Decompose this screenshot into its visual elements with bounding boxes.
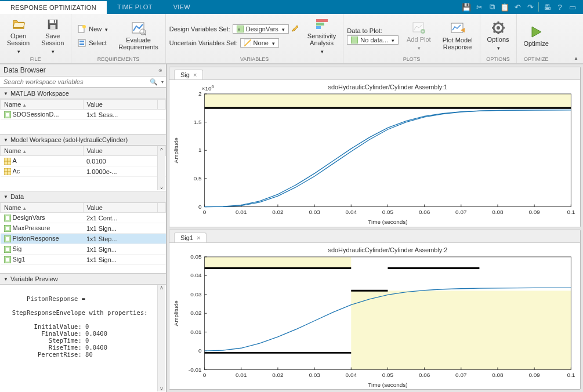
svg-text:sdoHydraulicCylinder/Cylinder : sdoHydraulicCylinder/Cylinder Assembly:2 (328, 246, 447, 253)
svg-text:0.06: 0.06 (419, 209, 430, 215)
design-vars-dropdown[interactable]: x DesignVars (233, 24, 289, 34)
table-row[interactable]: Sig1x1 Sign... (1, 244, 166, 255)
svg-text:Time (seconds): Time (seconds) (368, 219, 407, 226)
plot-tab-sig[interactable]: Sig × (174, 70, 203, 79)
scrollbar[interactable]: ʌv (157, 146, 165, 190)
open-session-label: Open Session (7, 32, 30, 46)
svg-line-32 (494, 31, 495, 32)
close-icon[interactable]: × (193, 71, 197, 78)
svg-text:0.08: 0.08 (492, 371, 504, 378)
group-label-plots: PLOTS (347, 56, 476, 63)
plot-tab-sig1[interactable]: Sig1 × (174, 233, 207, 242)
tab-view[interactable]: VIEW (163, 0, 201, 14)
col-name[interactable]: Name (4, 147, 21, 154)
table-row[interactable]: Sig11x1 Sign... (1, 255, 166, 265)
variable-icon: x (237, 26, 244, 32)
model-workspace-header[interactable]: Model Workspace (sdoHydraulicCylinder) (0, 134, 166, 146)
close-icon[interactable]: × (197, 234, 200, 241)
sensitivity-analysis-button[interactable]: Sensitivity Analysis (304, 16, 340, 56)
save-session-button[interactable]: Save Session (38, 16, 67, 56)
panel-menu-icon[interactable]: ⊙ (158, 68, 162, 73)
table-row[interactable]: A0.0100 (1, 156, 166, 166)
svg-text:Amplitude: Amplitude (173, 137, 179, 164)
col-name[interactable]: Name (4, 204, 21, 211)
chevron-down-icon (271, 39, 275, 46)
svg-text:0.02: 0.02 (190, 310, 202, 316)
matlab-workspace-header[interactable]: MATLAB Workspace (0, 88, 166, 99)
table-row[interactable]: Ac1.0000e-... (1, 166, 166, 177)
plot-tab-label: Sig1 (180, 234, 193, 241)
preview-text: PistonResponse = StepResponseEnvelope wi… (5, 295, 148, 358)
optimize-button[interactable]: Optimize (520, 24, 552, 48)
svg-text:0.05: 0.05 (382, 209, 394, 215)
data-to-plot-dropdown[interactable]: No data... (347, 35, 399, 45)
sensitivity-icon (314, 17, 330, 31)
col-value[interactable]: Value (83, 203, 158, 213)
group-label-file: FILE (3, 56, 67, 63)
help-icon[interactable]: ? (555, 2, 564, 12)
uncertain-vars-dropdown[interactable]: None (240, 38, 279, 48)
redo-icon[interactable]: ↷ (526, 2, 535, 12)
gear-icon (490, 21, 506, 35)
search-input[interactable] (0, 77, 146, 87)
new-requirement-button[interactable]: New (75, 23, 110, 35)
table-row[interactable]: PistonResponse1x1 Step... (1, 234, 166, 244)
svg-text:0.03: 0.03 (309, 209, 320, 215)
col-value[interactable]: Value (83, 100, 158, 110)
table-row[interactable]: SDOSessionD...1x1 Sess... (1, 110, 166, 120)
select-requirement-button[interactable]: Select (75, 37, 110, 49)
svg-text:0: 0 (198, 347, 202, 354)
undo-icon[interactable]: ↶ (513, 2, 522, 12)
svg-rect-18 (316, 26, 321, 29)
new-label: New (89, 26, 102, 32)
plot-canvas-1[interactable]: 00.010.020.030.040.050.060.070.080.090.1… (169, 80, 580, 227)
svg-text:x: x (238, 27, 240, 32)
plot-canvas-2[interactable]: 00.010.020.030.040.050.060.070.080.090.1… (169, 243, 580, 390)
chevron-down-icon (50, 48, 55, 55)
chevron-down-icon (320, 48, 324, 55)
new-icon (77, 24, 86, 34)
evaluate-label: Evaluate Requirements (118, 37, 158, 50)
collapse-ribbon-icon[interactable]: ▲ (574, 56, 578, 61)
svg-line-33 (501, 23, 503, 25)
variable-preview-header[interactable]: Variable Preview (0, 273, 166, 285)
data-section-header[interactable]: Data (0, 191, 166, 202)
plot-model-response-button[interactable]: Plot Model Response (439, 20, 476, 52)
data-to-plot-value: No data... (360, 37, 388, 43)
open-session-button[interactable]: Open Session (3, 16, 33, 56)
table-row[interactable]: MaxPressure1x1 Sign... (1, 223, 166, 234)
col-value[interactable]: Value (83, 146, 158, 156)
add-plot-button[interactable]: + Add Plot (403, 20, 434, 52)
copy-icon[interactable]: ⧉ (487, 2, 497, 12)
svg-line-11 (144, 34, 146, 35)
table-row[interactable]: DesignVars2x1 Cont... (1, 213, 166, 223)
group-label-optimize: OPTIMIZE (520, 56, 552, 63)
paste-icon[interactable]: 📋 (500, 2, 509, 12)
chevron-down-icon (417, 44, 421, 51)
evaluate-requirements-button[interactable]: Evaluate Requirements (115, 20, 161, 52)
tab-time-plot[interactable]: TIME PLOT (107, 0, 163, 14)
tab-response-optimization[interactable]: RESPONSE OPTIMIZATION (0, 0, 107, 14)
data-to-plot-label: Data to Plot: (347, 27, 399, 34)
options-button[interactable]: Options (484, 20, 513, 52)
save-icon[interactable]: 💾 (462, 2, 471, 12)
plot-tab-label: Sig (180, 71, 190, 78)
scrollbar[interactable]: ʌv (157, 285, 165, 391)
group-label-options: OPTIONS (484, 56, 513, 63)
minimize-ribbon-icon[interactable]: ▭ (568, 2, 577, 12)
save-session-label: Save Session (41, 32, 64, 46)
print-icon[interactable]: 🖶 (542, 2, 552, 12)
col-name[interactable]: Name (4, 101, 21, 108)
svg-line-31 (501, 31, 503, 32)
folder-open-icon (10, 17, 27, 31)
svg-rect-8 (79, 43, 84, 45)
search-icon[interactable]: 🔍 (146, 78, 161, 86)
cut-icon[interactable]: ✂ (475, 2, 484, 12)
select-icon (77, 38, 86, 48)
svg-text:-0.01: -0.01 (189, 366, 202, 372)
search-options-icon[interactable]: ▾ (161, 79, 166, 85)
edit-design-vars-icon[interactable] (291, 24, 299, 34)
svg-text:Amplitude: Amplitude (173, 300, 179, 326)
add-plot-icon: + (411, 21, 427, 35)
svg-text:0.1: 0.1 (567, 209, 575, 215)
